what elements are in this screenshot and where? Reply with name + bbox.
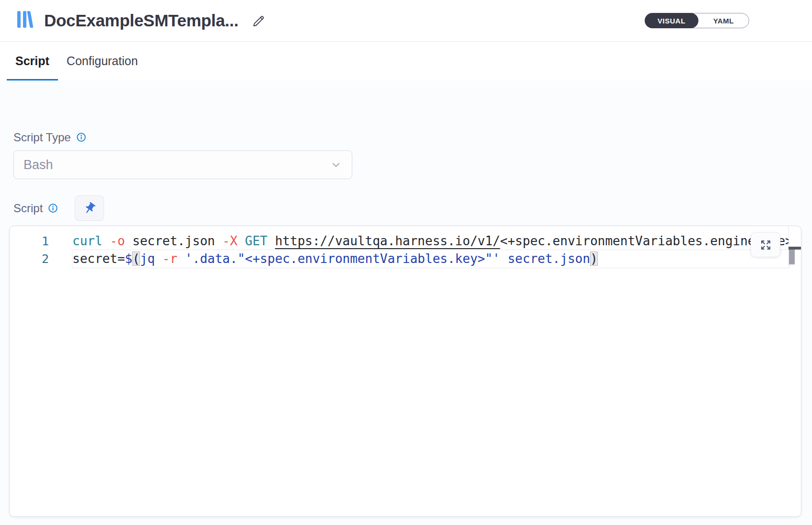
info-icon[interactable]	[48, 203, 58, 213]
code-line[interactable]: 2secret=$(jq -r '.data."<+spec.environme…	[10, 250, 801, 268]
toggle-yaml[interactable]: YAML	[698, 13, 749, 28]
scrollbar-thumb[interactable]	[789, 250, 795, 264]
tab-configuration[interactable]: Configuration	[58, 42, 147, 80]
script-type-label-row: Script Type	[13, 130, 812, 144]
code-line-content[interactable]: secret=$(jq -r '.data."<+spec.environmen…	[72, 250, 789, 268]
script-type-select[interactable]: Bash	[13, 150, 352, 179]
code-line[interactable]: 1curl -o secret.json -X GET https://vaul…	[10, 232, 801, 250]
chevron-down-icon	[330, 159, 342, 171]
line-number: 2	[10, 252, 49, 266]
script-label: Script	[13, 202, 43, 215]
script-code-editor[interactable]: 1curl -o secret.json -X GET https://vaul…	[9, 226, 801, 517]
expand-icon	[759, 239, 772, 251]
page-title: DocExampleSMTempla...	[44, 11, 238, 30]
tab-bar: Script Configuration	[0, 42, 812, 80]
toggle-visual[interactable]: VISUAL	[645, 13, 698, 28]
header: DocExampleSMTempla... VISUAL YAML	[0, 0, 812, 42]
script-type-label: Script Type	[13, 131, 71, 144]
template-library-icon	[15, 10, 36, 31]
line-number: 1	[10, 234, 49, 248]
script-label-row: Script	[13, 195, 812, 221]
script-type-value: Bash	[23, 158, 53, 172]
edit-title-button[interactable]	[252, 13, 266, 28]
info-icon[interactable]	[76, 132, 86, 142]
visual-yaml-toggle: VISUAL YAML	[645, 13, 749, 28]
pin-script-button[interactable]	[75, 195, 104, 221]
expand-editor-button[interactable]	[751, 232, 780, 257]
code-lines: 1curl -o secret.json -X GET https://vaul…	[10, 232, 801, 268]
pencil-icon	[252, 13, 266, 28]
pushpin-icon	[83, 202, 96, 215]
code-line-content[interactable]: curl -o secret.json -X GET https://vault…	[72, 232, 789, 250]
main-content: Script Type Bash Script	[0, 130, 812, 517]
tab-script[interactable]: Script	[7, 42, 58, 80]
